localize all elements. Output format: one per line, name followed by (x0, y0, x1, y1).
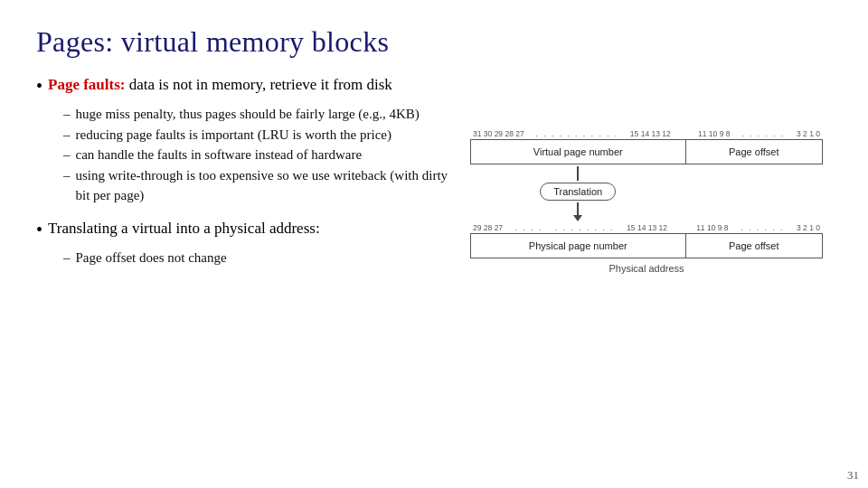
slide: Pages: virtual memory blocks • Page faul… (0, 0, 868, 488)
dash4: – (63, 165, 71, 186)
ppn-box: Physical page number (471, 234, 686, 258)
translation-box: Translation (540, 183, 616, 201)
physical-address-label: Physical address (470, 263, 823, 274)
sub-bullet-3: – can handle the faults in software inst… (63, 145, 452, 165)
bullet2-subitems: – Page offset does not change (63, 248, 452, 268)
sub-bullet-1: – huge miss penalty, thus pages should b… (63, 104, 452, 125)
content-area: • Page faults: data is not in memory, re… (36, 75, 832, 274)
sub-bullet-1-text: huge miss penalty, thus pages should be … (76, 104, 420, 125)
sub-bullet-5-text: Page offset does not change (76, 248, 227, 268)
bullet1-dot: • (36, 75, 42, 97)
virt-dots2: . . . . . . (741, 129, 785, 138)
bullet2-dot: • (36, 219, 42, 240)
vpn-box: Virtual page number (471, 140, 686, 164)
bullet1-text: Page faults: data is not in memory, retr… (48, 75, 392, 96)
dash1: – (63, 104, 71, 125)
sub-bullet-3-text: can handle the faults in software instea… (76, 145, 363, 165)
sub-bullet-2: – reducing page faults is important (LRU… (63, 125, 452, 145)
virt-space (683, 129, 687, 138)
right-column: 31 30 29 28 27 . . . . . . . . . . . 15 … (470, 129, 832, 274)
bullet2-text: Translating a virtual into a physical ad… (48, 219, 320, 239)
sub-bullet-4-text: using write-through is too expensive so … (76, 165, 453, 206)
phys-num-mid: 15 14 13 12 (627, 223, 667, 232)
page-offset-box-top: Page offset (686, 140, 823, 164)
phys-dots1: . . . . (515, 223, 543, 232)
page-offset-label-top: Page offset (729, 146, 778, 157)
sub-bullet-5: – Page offset does not change (63, 248, 452, 268)
phys-space (680, 223, 684, 232)
phys-num-right: 3 2 1 0 (797, 223, 820, 232)
page-offset-label-bottom: Page offset (729, 240, 778, 251)
virt-num-mid: 15 14 13 12 (630, 129, 671, 138)
bullet1-body: data is not in memory, retrieve it from … (125, 76, 392, 93)
vpn-label: Virtual page number (533, 146, 623, 157)
physical-address-section: 29 28 27 . . . . . . . . . . . . 15 14 1… (470, 223, 823, 258)
virtual-address-box: Virtual page number Page offset (470, 139, 823, 164)
sub-bullet-2-text: reducing page faults is important (LRU i… (76, 125, 392, 145)
phys-dots2: . . . . . . . . (555, 223, 614, 232)
page-number: 31 (847, 468, 859, 483)
ppn-label: Physical page number (529, 240, 627, 251)
phys-num-left: 29 28 27 (473, 223, 503, 232)
virt-num-mid2: 11 10 9 8 (698, 129, 730, 138)
slide-title: Pages: virtual memory blocks (36, 25, 832, 59)
virt-dots1: . . . . . . . . . . . (536, 129, 619, 138)
bullet1-prefix: Page faults: (48, 76, 125, 93)
translation-label: Translation (553, 186, 602, 197)
phys-dots3: . . . . . . (741, 223, 784, 232)
physical-address-box: Physical page number Page offset (470, 233, 823, 258)
bullet2-main: • Translating a virtual into a physical … (36, 219, 452, 240)
phys-num-mid2: 11 10 9 8 (696, 223, 728, 232)
virt-num-left: 31 30 29 28 27 (473, 129, 524, 138)
page-offset-box-bottom: Page offset (686, 234, 823, 258)
bullet1-subitems: – huge miss penalty, thus pages should b… (63, 104, 452, 206)
virt-num-right: 3 2 1 0 (797, 129, 820, 138)
bullet1: • Page faults: data is not in memory, re… (36, 75, 452, 97)
bullet2: • Translating a virtual into a physical … (36, 219, 452, 268)
left-column: • Page faults: data is not in memory, re… (36, 75, 452, 274)
dash3: – (63, 145, 71, 165)
dash5: – (63, 248, 71, 268)
diagram: 31 30 29 28 27 . . . . . . . . . . . 15 … (470, 129, 823, 274)
sub-bullet-4: – using write-through is too expensive s… (63, 165, 452, 206)
dash2: – (63, 125, 71, 145)
virtual-address-section: 31 30 29 28 27 . . . . . . . . . . . 15 … (470, 129, 823, 164)
